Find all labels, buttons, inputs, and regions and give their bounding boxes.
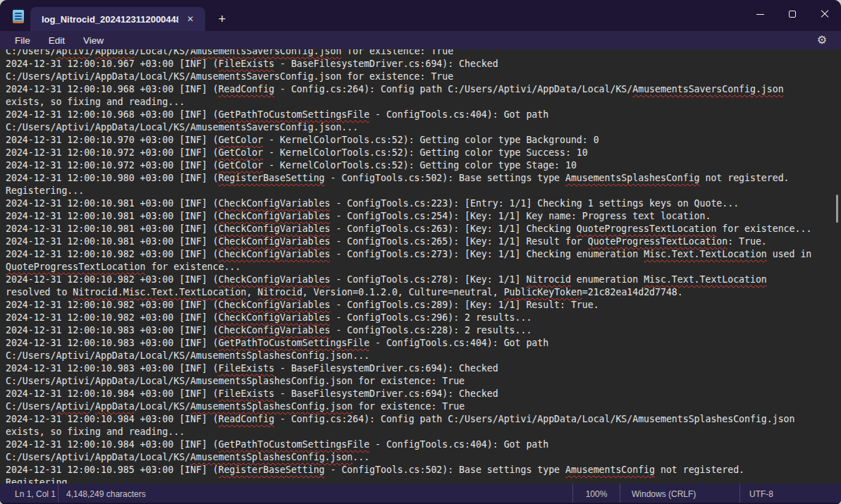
- settings-gear-icon[interactable]: ⚙: [811, 32, 833, 49]
- misspelled-word: CheckConfigVariables: [219, 198, 331, 209]
- statusbar: Ln 1, Col 1 4,148,249 characters 100% Wi…: [0, 484, 841, 504]
- misspelled-word: AppData: [95, 49, 135, 56]
- status-encoding[interactable]: UTF-8: [739, 484, 841, 504]
- log-line: C:/Users/Aptivi/AppData/Local/KS/Amuseme…: [6, 49, 841, 58]
- misspelled-word: CheckConfigVariables: [219, 236, 331, 247]
- log-text-content: C:/Users/Aptivi/AppData/Local/KS/Amuseme…: [0, 49, 841, 484]
- notepad-icon-page: [13, 10, 24, 22]
- misspelled-word: GetColor: [219, 160, 264, 171]
- misspelled-word: FileExists: [219, 363, 274, 374]
- misspelled-word: QuoteProgressTextLocation: [588, 236, 728, 247]
- log-line: 2024-12-31 12:00:10.982 +03:00 [INF] (Ch…: [6, 299, 841, 312]
- log-line: C:/Users/Aptivi/AppData/Local/KS/Amuseme…: [6, 70, 841, 83]
- misspelled-word: RegisterBaseSetting: [219, 465, 325, 475]
- tab-title: log_Nitrocid_202412311200044804: [42, 14, 178, 25]
- misspelled-word: AmusementsSplashesConfig.json: [190, 401, 352, 412]
- log-line: C:/Users/Aptivi/AppData/Local/KS/Amuseme…: [6, 451, 841, 464]
- log-line: Registering...: [6, 477, 841, 484]
- misspelled-word: Nitrocid.Misc.Text.TextLocation: [73, 287, 246, 297]
- misspelled-word: AmusementsSaversConfig.json: [632, 84, 783, 94]
- status-char-count: 4,148,249 characters: [58, 484, 146, 504]
- misspelled-word: CheckConfigVariables: [219, 325, 331, 336]
- misspelled-word: GetColor: [219, 147, 264, 158]
- menubar: File Edit View ⚙: [0, 31, 841, 49]
- close-button[interactable]: [809, 0, 841, 23]
- log-line: Registering...: [6, 185, 841, 197]
- misspelled-word: CheckConfigVariables: [219, 249, 331, 259]
- misspelled-word: AmusementsSaversConfig.json: [190, 49, 341, 56]
- text-editor-area[interactable]: C:/Users/Aptivi/AppData/Local/KS/Amuseme…: [0, 49, 841, 484]
- tab-log-file[interactable]: log_Nitrocid_202412311200044804 ✕: [30, 7, 205, 31]
- log-line: 2024-12-31 12:00:10.981 +03:00 [INF] (Ch…: [6, 197, 841, 210]
- log-line: C:/Users/Aptivi/AppData/Local/KS/Amuseme…: [6, 121, 841, 134]
- tab-close-icon[interactable]: ✕: [183, 11, 198, 27]
- misspelled-word: Aptivi: [56, 49, 90, 56]
- misspelled-word: PublicKeyToken: [504, 287, 582, 297]
- log-line: 2024-12-31 12:00:10.982 +03:00 [INF] (Ch…: [6, 312, 841, 324]
- status-zoom-level[interactable]: 100%: [572, 484, 620, 504]
- maximize-icon: [789, 11, 796, 18]
- log-line: resolved to Nitrocid.Misc.Text.TextLocat…: [6, 286, 841, 299]
- log-line: exists, so fixing and reading...: [6, 96, 841, 109]
- scrollbar-thumb[interactable]: [836, 195, 838, 223]
- menu-file[interactable]: File: [11, 33, 35, 48]
- new-tab-button[interactable]: +: [213, 10, 231, 28]
- log-line: 2024-12-31 12:00:10.985 +03:00 [INF] (Re…: [6, 464, 841, 477]
- misspelled-word: CheckConfigVariables: [219, 223, 331, 234]
- log-line: QuoteProgressTextLocation for existence.…: [6, 261, 841, 273]
- misspelled-word: AmusementsSplashesConfig: [565, 173, 700, 183]
- window-controls: [744, 0, 841, 23]
- maximize-button[interactable]: [776, 0, 809, 23]
- notepad-window: log_Nitrocid_202412311200044804 ✕ + File…: [0, 0, 841, 504]
- misspelled-word: Nitrocid: [257, 287, 302, 297]
- log-line: 2024-12-31 12:00:10.972 +03:00 [INF] (Ge…: [6, 159, 841, 172]
- log-line: 2024-12-31 12:00:10.970 +03:00 [INF] (Ge…: [6, 134, 841, 147]
- menu-edit[interactable]: Edit: [44, 33, 69, 48]
- log-line: 2024-12-31 12:00:10.982 +03:00 [INF] (Ch…: [6, 273, 841, 286]
- misspelled-word: GetPathToCustomSettingsFile: [219, 439, 369, 450]
- log-line: 2024-12-31 12:00:10.981 +03:00 [INF] (Ch…: [6, 235, 841, 248]
- notepad-icon-foot: [13, 21, 24, 23]
- log-line: 2024-12-31 12:00:10.984 +03:00 [INF] (Ge…: [6, 438, 841, 451]
- titlebar: log_Nitrocid_202412311200044804 ✕ +: [0, 0, 841, 31]
- misspelled-word: QuoteProgressTextLocation: [6, 262, 146, 272]
- log-line: 2024-12-31 12:00:10.968 +03:00 [INF] (Ge…: [6, 109, 841, 121]
- log-line: 2024-12-31 12:00:10.980 +03:00 [INF] (Re…: [6, 172, 841, 185]
- misspelled-word: AppData: [95, 401, 135, 412]
- misspelled-word: Misc.Text.TextLocation: [644, 274, 767, 285]
- misspelled-word: GetPathToCustomSettingsFile: [219, 109, 369, 120]
- vertical-scrollbar[interactable]: [833, 49, 841, 484]
- log-line: 2024-12-31 12:00:10.968 +03:00 [INF] (Re…: [6, 83, 841, 96]
- misspelled-word: Aptivi: [56, 401, 90, 412]
- log-line: 2024-12-31 12:00:10.972 +03:00 [INF] (Ge…: [6, 147, 841, 159]
- close-icon: [821, 10, 829, 18]
- menu-view[interactable]: View: [79, 33, 108, 48]
- misspelled-word: ReadConfig: [219, 84, 274, 94]
- log-line: C:/Users/Aptivi/AppData/Local/KS/Amuseme…: [6, 375, 841, 388]
- misspelled-word: GetColor: [219, 135, 264, 145]
- misspelled-word: Nitrocid: [526, 274, 571, 285]
- status-line-col: Ln 1, Col 1: [0, 484, 58, 504]
- misspelled-word: AmusementsSplashesConfig.json: [190, 452, 352, 462]
- log-line: 2024-12-31 12:00:10.983 +03:00 [INF] (Fi…: [6, 362, 841, 375]
- misspelled-word: CheckConfigVariables: [219, 300, 331, 310]
- log-line: 2024-12-31 12:00:10.984 +03:00 [INF] (Re…: [6, 413, 841, 426]
- status-line-ending[interactable]: Windows (CRLF): [620, 484, 739, 504]
- log-line: 2024-12-31 12:00:10.981 +03:00 [INF] (Ch…: [6, 210, 841, 223]
- misspelled-word: CheckConfigVariables: [219, 274, 331, 285]
- log-line: 2024-12-31 12:00:10.982 +03:00 [INF] (Ch…: [6, 248, 841, 261]
- misspelled-word: Misc.Text.TextLocation: [644, 249, 767, 259]
- misspelled-word: QuoteProgressTextLocation: [577, 223, 717, 234]
- notepad-app-icon: [11, 8, 25, 23]
- log-line: 2024-12-31 12:00:10.983 +03:00 [INF] (Ge…: [6, 337, 841, 350]
- misspelled-word: RegisterBaseSetting: [219, 173, 325, 183]
- misspelled-word: GetPathToCustomSettingsFile: [219, 338, 369, 348]
- log-line: exists, so fixing and reading...: [6, 426, 841, 438]
- log-line: 2024-12-31 12:00:10.967 +03:00 [INF] (Fi…: [6, 58, 841, 70]
- log-line: C:/Users/Aptivi/AppData/Local/KS/Amuseme…: [6, 400, 841, 413]
- misspelled-word: CheckConfigVariables: [219, 312, 331, 323]
- misspelled-word: CheckConfigVariables: [219, 211, 331, 221]
- misspelled-word: ReadConfig: [219, 414, 274, 424]
- log-line: C:/Users/Aptivi/AppData/Local/KS/Amuseme…: [6, 350, 841, 362]
- minimize-button[interactable]: [744, 0, 776, 23]
